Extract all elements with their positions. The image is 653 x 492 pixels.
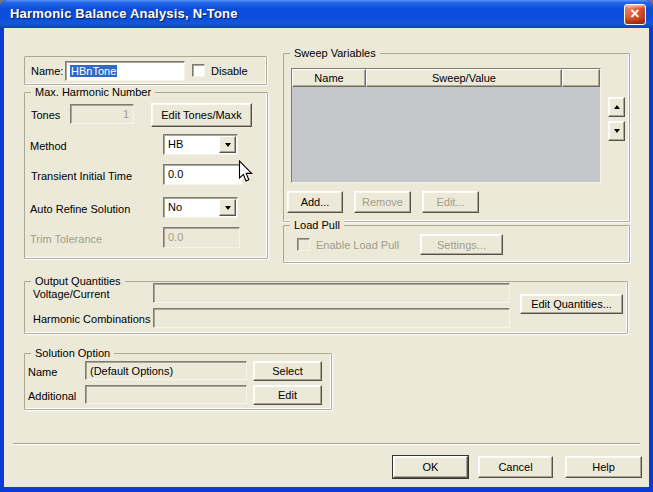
titlebar[interactable]: Harmonic Balance Analysis, N-Tone × [0, 0, 653, 28]
window-title: Harmonic Balance Analysis, N-Tone [10, 6, 238, 21]
column-header-sweep-value[interactable]: Sweep/Value [366, 69, 562, 87]
tones-field: 1 [70, 104, 134, 124]
disable-checkbox[interactable] [192, 64, 205, 77]
output-quantities-group-title: Output Quantities [31, 275, 125, 288]
chevron-down-icon [225, 143, 231, 147]
remove-button: Remove [354, 191, 411, 213]
auto-refine-dropdown-button[interactable] [219, 199, 236, 216]
load-pull-group-title: Load Pull [290, 219, 344, 232]
edit-tones-button[interactable]: Edit Tones/Maxk [151, 103, 252, 127]
solution-option-group-title: Solution Option [31, 347, 114, 360]
arrow-up-icon [614, 105, 620, 109]
auto-refine-combobox[interactable]: No [163, 197, 238, 218]
name-input[interactable]: HBnTone [65, 61, 185, 81]
method-value: HB [168, 138, 183, 151]
edit-button: Edit... [422, 191, 479, 213]
edit-quantities-button[interactable]: Edit Quantities... [520, 294, 623, 314]
enable-load-pull-checkbox [297, 238, 310, 251]
transient-initial-time-field[interactable]: 0.0 [163, 164, 243, 185]
auto-refine-value: No [168, 201, 182, 214]
add-button[interactable]: Add... [287, 191, 343, 213]
move-down-button[interactable] [608, 121, 625, 141]
settings-button: Settings... [420, 234, 503, 255]
sweep-variables-group-title: Sweep Variables [290, 47, 380, 60]
name-label: Name: [31, 65, 63, 78]
solution-name-field: (Default Options) [85, 361, 247, 380]
ok-button[interactable]: OK [393, 456, 468, 478]
close-button[interactable]: × [624, 4, 646, 25]
dialog-window: Harmonic Balance Analysis, N-Tone × Name… [0, 0, 653, 492]
solution-name-label: Name [28, 366, 57, 379]
trim-tolerance-label: Trim Tolerance [30, 233, 102, 246]
auto-refine-label: Auto Refine Solution [30, 203, 130, 216]
harmonic-combinations-field [153, 308, 510, 328]
column-header-blank [562, 69, 600, 87]
voltage-current-label: Voltage/Current [33, 288, 109, 301]
sweep-variables-table: Name Sweep/Value [291, 68, 601, 183]
sweep-variables-list[interactable] [292, 87, 600, 182]
additional-field [85, 385, 247, 404]
help-button[interactable]: Help [565, 456, 642, 478]
additional-label: Additional [28, 390, 76, 403]
method-dropdown-button[interactable] [219, 136, 236, 153]
trim-tolerance-field: 0.0 [163, 227, 240, 248]
close-icon: × [630, 6, 639, 22]
transient-initial-time-label: Transient Initial Time [31, 170, 132, 183]
chevron-down-icon [225, 206, 231, 210]
sweep-variables-table-header: Name Sweep/Value [292, 69, 600, 87]
select-button[interactable]: Select [253, 361, 322, 381]
max-harmonic-group-title: Max. Harmonic Number [31, 86, 155, 99]
solution-edit-button[interactable]: Edit [253, 385, 322, 405]
disable-label: Disable [211, 65, 248, 78]
tones-label: Tones [31, 109, 60, 122]
footer-separator [13, 443, 640, 445]
voltage-current-field [153, 283, 510, 303]
enable-load-pull-label: Enable Load Pull [316, 239, 399, 252]
method-combobox[interactable]: HB [163, 134, 238, 155]
move-up-button[interactable] [608, 97, 625, 117]
column-header-name[interactable]: Name [292, 69, 366, 87]
name-input-selected-text: HBnTone [70, 65, 117, 77]
harmonic-combinations-label: Harmonic Combinations [33, 313, 150, 326]
cancel-button[interactable]: Cancel [478, 456, 553, 478]
method-label: Method [30, 140, 67, 153]
arrow-down-icon [614, 129, 620, 133]
